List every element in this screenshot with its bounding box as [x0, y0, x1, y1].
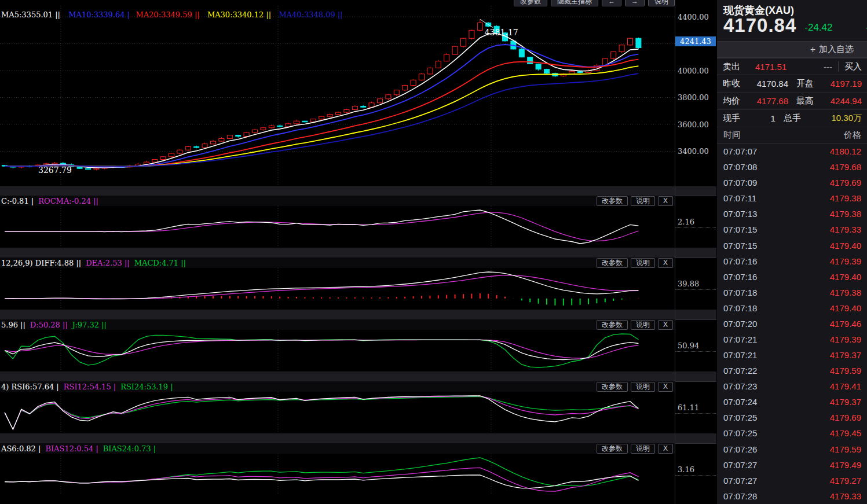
tick-price: 4179.40 — [830, 303, 861, 313]
close-button[interactable]: X — [658, 320, 673, 330]
tick-row[interactable]: 07:07:254179.45 — [717, 425, 867, 441]
indicator-buttons: 改参数说明X — [597, 258, 675, 268]
tick-row[interactable]: 07:07:164179.39 — [717, 253, 867, 269]
tick-row[interactable]: 07:07:224179.59 — [717, 363, 867, 378]
add-watchlist-button[interactable]: + 加入自选 — [717, 41, 867, 58]
indicator-label: C:-0.81 | — [1, 197, 34, 205]
buy-price-empty: --- — [824, 62, 832, 72]
change-params-button[interactable]: 改参数 — [597, 444, 628, 454]
tick-price: 4179.41 — [830, 381, 861, 391]
panel-separator — [0, 433, 716, 444]
change-params-button[interactable]: 改参数 — [597, 258, 628, 268]
tick-row[interactable]: 07:07:234179.41 — [717, 378, 867, 394]
indicator-label: AS6:0.82 | — [1, 444, 41, 453]
indicator-buttons: 改参数说明X — [597, 382, 675, 392]
indicator-labels: AS6:0.82 |BIAS12:0.54 |BIAS24:0.73 | — [0, 444, 156, 453]
tick-row[interactable]: 07:07:184179.38 — [717, 285, 867, 300]
tick-row[interactable]: 07:07:164179.40 — [717, 269, 867, 285]
help-button[interactable]: 说明 — [631, 258, 655, 268]
tick-price: 4179.39 — [830, 256, 861, 266]
change-params-button[interactable]: 改参数 — [597, 320, 628, 330]
tick-row[interactable]: 07:07:204179.46 — [717, 316, 867, 332]
cur-vol-value: 1 — [771, 113, 775, 123]
tick-time: 07:07:24 — [723, 397, 757, 407]
tick-time: 07:07:23 — [723, 381, 757, 391]
sell-label: 卖出 — [723, 61, 740, 72]
axis-dotted-line — [675, 413, 716, 414]
tick-row[interactable]: 07:07:094179.69 — [717, 175, 867, 190]
indicator-label: ROCMA:-0.24 || — [38, 197, 98, 205]
change-params-button[interactable]: 改参数 — [597, 382, 628, 392]
tick-row[interactable]: 07:07:274179.27 — [717, 473, 867, 488]
tick-list[interactable]: 07:07:074180.1207:07:084179.6807:07:0941… — [717, 144, 867, 504]
tick-row[interactable]: 07:07:284179.33 — [717, 488, 867, 504]
prev-close-value: 4170.84 — [757, 79, 788, 89]
bid-ask-row: 卖出 4171.51 --- 买入 — [717, 58, 867, 75]
close-button[interactable]: X — [658, 196, 673, 206]
tick-time: 07:07:27 — [723, 460, 757, 470]
tick-row[interactable]: 07:07:214179.37 — [717, 347, 867, 363]
indicator-buttons: 改参数说明X — [597, 320, 675, 330]
indicator-buttons: 改参数说明X — [597, 444, 675, 454]
change-params-button[interactable]: 改参数 — [597, 196, 628, 206]
tick-time: 07:07:07 — [723, 146, 757, 156]
close-button[interactable]: X — [658, 258, 673, 268]
tick-row[interactable]: 07:07:134179.38 — [717, 206, 867, 222]
indicator-label: BIAS24:0.73 | — [103, 444, 156, 453]
panel-separator — [0, 310, 716, 320]
panel-separator — [0, 248, 716, 258]
help-button[interactable]: 说明 — [631, 196, 655, 206]
tick-row[interactable]: 07:07:264179.59 — [717, 441, 867, 457]
close-button[interactable]: X — [658, 444, 673, 454]
indicator-label: DEA:2.53 || — [86, 259, 130, 267]
trading-app-window: 改参数隐藏主指标←→说明 4381.173267.79MA5:3355.01 |… — [0, 0, 867, 504]
help-button[interactable]: 说明 — [631, 444, 655, 454]
indicator-labels: 12,26,9) DIFF:4.88 ||DEA:2.53 ||MACD:4.7… — [0, 259, 186, 267]
indicator-plot-macd[interactable] — [0, 268, 675, 310]
indicator-axis-value: 61.11 — [678, 403, 699, 412]
help-button[interactable]: 说明 — [631, 320, 655, 330]
indicator-axis-value: 50.94 — [678, 341, 699, 350]
indicator-plot-bias[interactable] — [0, 454, 675, 495]
tick-price: 4179.33 — [830, 225, 861, 234]
close-button[interactable]: X — [658, 382, 673, 392]
tick-row[interactable]: 07:07:154179.33 — [717, 222, 867, 237]
indicator-header-roc: C:-0.81 |ROCMA:-0.24 ||改参数说明X — [0, 196, 675, 206]
axis-dotted-line — [675, 351, 716, 352]
tick-price: 4179.38 — [830, 209, 861, 219]
indicator-plot-roc[interactable] — [0, 206, 675, 248]
tick-row[interactable]: 07:07:074180.12 — [717, 144, 867, 159]
indicator-plot-kdj[interactable] — [0, 330, 675, 371]
prev-close-label: 昨收 — [723, 78, 740, 89]
y-axis-label: 3400.00 — [678, 147, 709, 156]
tick-row[interactable]: 07:07:254179.69 — [717, 410, 867, 425]
tick-price: 4179.46 — [830, 319, 861, 329]
help-button[interactable]: 说明 — [631, 382, 655, 392]
indicator-header-bias: AS6:0.82 |BIAS12:0.54 |BIAS24:0.73 |改参数说… — [0, 443, 675, 454]
tick-time: 07:07:28 — [723, 491, 757, 501]
tick-row[interactable]: 07:07:244179.37 — [717, 394, 867, 410]
tick-time: 07:07:26 — [723, 444, 757, 454]
tick-price: 4179.37 — [830, 397, 861, 407]
tick-row[interactable]: 07:07:274179.49 — [717, 457, 867, 473]
quote-sidebar: 现货黄金(XAU) 4170.84 -24.42 -0 + 加入自选 卖出 41… — [716, 0, 867, 504]
tick-row[interactable]: 07:07:154179.40 — [717, 237, 867, 253]
panel-separator — [0, 371, 716, 382]
tick-row[interactable]: 07:07:084179.68 — [717, 159, 867, 175]
tick-time: 07:07:20 — [723, 319, 757, 329]
candlestick-chart[interactable]: 4381.173267.79MA5:3355.01 ||MA10:3339.64… — [0, 6, 675, 186]
tick-row[interactable]: 07:07:214179.39 — [717, 332, 867, 347]
tick-row[interactable]: 07:07:114179.38 — [717, 190, 867, 206]
tick-time: 07:07:16 — [723, 272, 757, 282]
tick-price: 4179.45 — [830, 428, 861, 438]
tick-price: 4179.37 — [830, 350, 861, 360]
indicator-label: D:50.28 || — [30, 321, 68, 329]
tick-price: 4179.69 — [830, 178, 861, 187]
tick-row[interactable]: 07:07:184179.40 — [717, 300, 867, 316]
avg-value: 4177.68 — [757, 96, 788, 106]
tick-time: 07:07:18 — [723, 288, 757, 297]
tick-time: 07:07:22 — [723, 366, 757, 376]
total-vol-label: 总手 — [784, 113, 801, 124]
tick-price: 4179.38 — [830, 193, 861, 203]
indicator-plot-rsi[interactable] — [0, 392, 675, 433]
